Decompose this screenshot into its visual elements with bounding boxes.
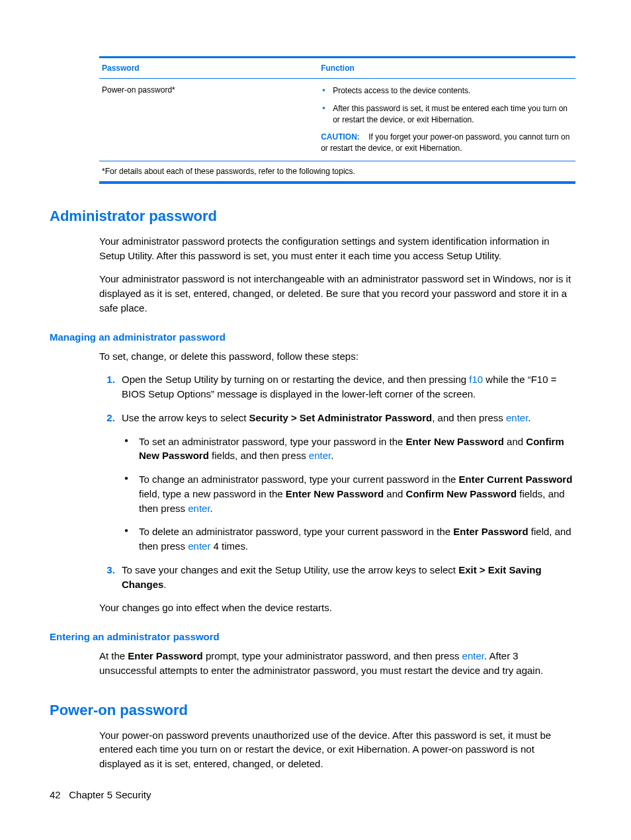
key-enter: enter — [188, 503, 210, 514]
table-row: Power-on password* Protects access to th… — [99, 79, 575, 161]
heading-entering-admin: Entering an administrator password — [50, 631, 575, 642]
body-text: Your power-on password prevents unauthor… — [99, 728, 575, 771]
step-item: Use the arrow keys to select Security > … — [118, 411, 575, 554]
body-text: Your administrator password protects the… — [99, 234, 575, 263]
sub-item: To set an administrator password, type y… — [139, 435, 575, 464]
sub-item: To delete an administrator password, typ… — [139, 525, 575, 554]
body-text: At the Enter Password prompt, type your … — [99, 649, 575, 678]
caution-label: CAUTION: — [321, 132, 360, 142]
key-f10: f10 — [469, 374, 483, 385]
table-header-function: Function — [318, 58, 575, 79]
table-header-password: Password — [99, 58, 318, 79]
password-table: Password Function Power-on password* Pro… — [99, 56, 575, 184]
heading-managing-admin: Managing an administrator password — [50, 331, 575, 343]
key-enter: enter — [188, 540, 210, 552]
chapter-label: Chapter 5 Security — [69, 789, 151, 800]
password-name-cell: Power-on password* — [99, 79, 318, 161]
heading-poweron-password: Power-on password — [50, 702, 575, 719]
sub-list: To set an administrator password, type y… — [122, 435, 575, 554]
key-enter: enter — [506, 412, 528, 423]
heading-admin-password: Administrator password — [50, 208, 575, 225]
body-text: Your administrator password is not inter… — [99, 272, 575, 315]
key-enter: enter — [309, 450, 331, 461]
function-bullet: Protects access to the device contents. — [333, 85, 573, 97]
password-function-cell: Protects access to the device contents. … — [318, 79, 575, 161]
page-number: 42 — [50, 789, 61, 800]
step-item: To save your changes and exit the Setup … — [118, 563, 575, 592]
steps-list: Open the Setup Utility by turning on or … — [99, 372, 575, 591]
body-text: To set, change, or delete this password,… — [99, 349, 575, 364]
key-enter: enter — [462, 650, 484, 661]
table-footnote: *For details about each of these passwor… — [99, 161, 575, 183]
table-footnote-row: *For details about each of these passwor… — [99, 161, 575, 183]
document-page: Password Function Power-on password* Pro… — [0, 0, 631, 840]
function-bullet: After this password is set, it must be e… — [333, 103, 573, 126]
step-item: Open the Setup Utility by turning on or … — [118, 372, 575, 401]
body-text: Your changes go into effect when the dev… — [99, 601, 575, 615]
caution-note: CAUTION: If you forget your power-on pas… — [321, 132, 573, 154]
page-footer: 42 Chapter 5 Security — [50, 789, 151, 800]
sub-item: To change an administrator password, typ… — [139, 472, 575, 515]
